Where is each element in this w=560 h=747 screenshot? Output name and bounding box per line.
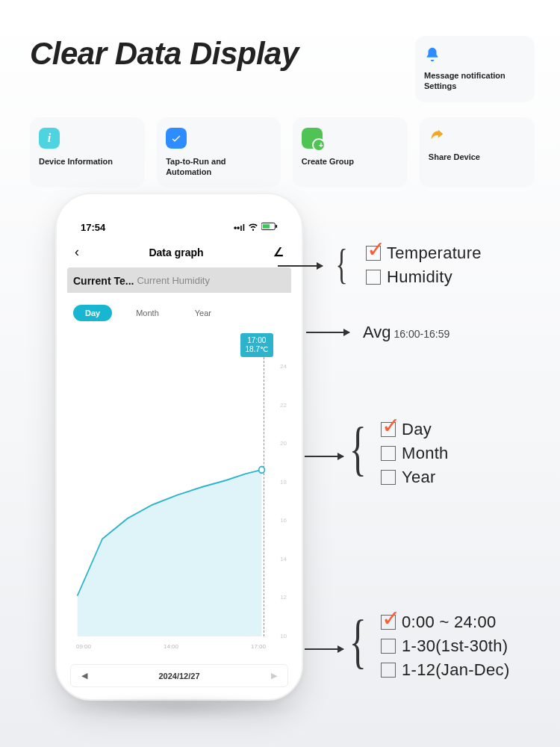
svg-rect-2 xyxy=(276,225,277,228)
segment-month[interactable]: Month xyxy=(124,305,171,321)
check-badge-icon xyxy=(166,128,187,149)
brace-icon: { xyxy=(349,427,367,469)
checkbox-checked-icon xyxy=(381,422,396,437)
back-button[interactable]: ‹ xyxy=(75,244,79,260)
checkbox-icon xyxy=(381,446,396,461)
page-title: Clear Data Display xyxy=(30,36,403,72)
screen-title: Data graph xyxy=(149,247,203,258)
group-icon: + xyxy=(302,128,323,149)
arrow xyxy=(305,456,343,457)
card-automation[interactable]: Tap-to-Run and Automation xyxy=(157,117,281,188)
tab-temperature[interactable]: Current Te... xyxy=(67,275,134,287)
annotation-avg: Avg 16:00-16:59 xyxy=(363,323,449,342)
tooltip-time: 17:00 xyxy=(246,336,268,345)
checkbox-checked-icon xyxy=(366,246,381,261)
annotation-period: Day Month Year xyxy=(381,420,449,487)
checkbox-icon xyxy=(381,663,396,678)
metric-tabs: Current Te... Current Humidity xyxy=(67,267,291,293)
checkbox-icon xyxy=(381,470,396,485)
annotation-metric: Temperature Humidity xyxy=(366,244,482,287)
checkbox-checked-icon xyxy=(381,615,396,630)
arrow xyxy=(305,648,343,650)
date-prev[interactable]: ◀ xyxy=(81,671,87,681)
svg-rect-1 xyxy=(263,224,270,229)
checkbox-row: Humidity xyxy=(366,267,482,287)
edit-button[interactable]: ∠ xyxy=(273,245,284,259)
signal-icon: ••ıl xyxy=(234,223,245,233)
tooltip-value: 18.7℃ xyxy=(246,345,268,354)
checkbox-row: 1-30(1st-30th) xyxy=(381,636,510,656)
chart-tooltip: 17:00 18.7℃ xyxy=(240,333,273,357)
card-share-device[interactable]: Share Device xyxy=(420,117,535,188)
card-label: Tap-to-Run and Automation xyxy=(166,156,272,178)
checkbox-row: Temperature xyxy=(366,244,482,263)
card-label: Create Group xyxy=(302,156,399,167)
checkbox-icon xyxy=(366,270,381,285)
card-device-info[interactable]: i Device Information xyxy=(30,117,145,188)
status-bar: 17:54 ••ıl xyxy=(67,221,291,240)
phone-shadow xyxy=(55,695,303,720)
x-axis-labels: 09:00 14:00 17:00 xyxy=(76,643,266,650)
area-chart xyxy=(70,360,270,636)
period-segments: Day Month Year xyxy=(67,293,291,333)
segment-year[interactable]: Year xyxy=(183,305,223,321)
arrow xyxy=(306,332,349,333)
card-create-group[interactable]: + Create Group xyxy=(293,117,408,188)
phone-mockup: 17:54 ••ıl ‹ Data graph ∠ Current Te... … xyxy=(55,193,303,701)
y-axis-labels: 24 22 20 18 16 14 12 10 xyxy=(280,363,287,639)
status-icons: ••ıl xyxy=(234,221,278,234)
checkbox-row: Year xyxy=(381,468,449,487)
brace-icon: { xyxy=(335,250,347,279)
status-time: 17:54 xyxy=(81,222,105,233)
date-next[interactable]: ▶ xyxy=(271,671,277,681)
bell-icon xyxy=(424,46,441,63)
segment-day[interactable]: Day xyxy=(73,305,112,321)
arrow xyxy=(278,265,323,267)
checkbox-row: Day xyxy=(381,420,449,439)
card-label: Device Information xyxy=(39,156,136,167)
battery-icon xyxy=(261,222,278,233)
date-navigator: ◀ 2024/12/27 ▶ xyxy=(70,664,288,687)
checkbox-icon xyxy=(381,639,396,654)
checkbox-row: Month xyxy=(381,444,449,463)
chart-area: 17:00 18.7℃ 24 22 20 18 16 14 12 10 09:0… xyxy=(70,333,288,692)
card-label: Message notification Settings xyxy=(424,70,526,92)
tab-humidity[interactable]: Current Humidity xyxy=(134,275,210,287)
svg-point-3 xyxy=(259,467,265,474)
date-current[interactable]: 2024/12/27 xyxy=(158,672,199,681)
annotation-range: 0:00 ~ 24:00 1-30(1st-30th) 1-12(Jan-Dec… xyxy=(381,613,510,680)
info-icon: i xyxy=(39,128,60,149)
share-icon xyxy=(429,128,445,144)
card-notifications[interactable]: Message notification Settings xyxy=(415,36,535,102)
checkbox-row: 1-12(Jan-Dec) xyxy=(381,660,510,680)
card-label: Share Device xyxy=(429,152,526,162)
checkbox-row: 0:00 ~ 24:00 xyxy=(381,613,510,632)
wifi-icon xyxy=(248,221,258,234)
brace-icon: { xyxy=(349,620,367,662)
